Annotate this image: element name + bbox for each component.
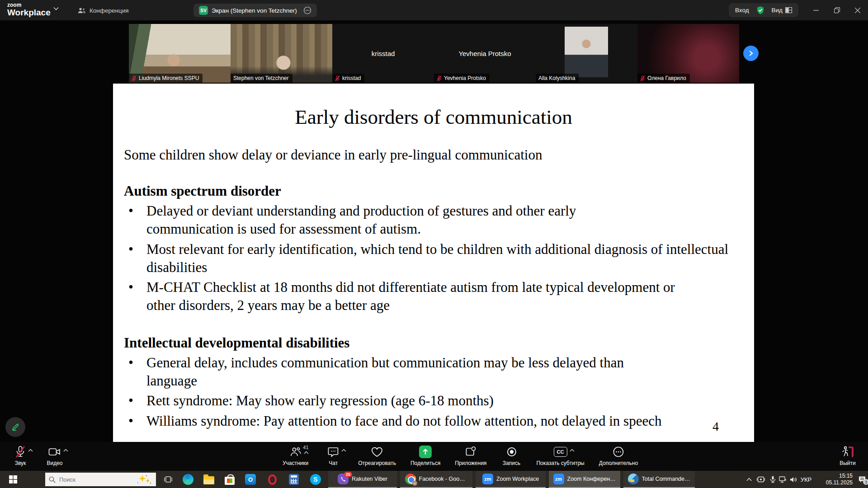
participants-label: Участники — [283, 460, 308, 466]
pencil-icon — [10, 422, 20, 432]
participant-name-label: Олена Гаврило — [637, 74, 690, 83]
viber-icon: 25 — [338, 474, 349, 484]
security-shield-icon[interactable] — [756, 6, 764, 15]
react-button[interactable]: Отреагировать — [358, 445, 396, 466]
chat-label: Чат — [329, 460, 338, 466]
apps-button[interactable]: Приложения — [455, 445, 486, 466]
leave-meeting-button[interactable]: Выйти — [837, 445, 858, 466]
mic-muted-icon — [132, 75, 137, 81]
participant-name: Yevhenia Protsko — [444, 75, 486, 81]
zoom-app-icon: zm — [482, 474, 493, 484]
audio-button[interactable]: Звук — [10, 445, 31, 466]
share-screen-icon — [419, 446, 432, 458]
chevron-down-icon[interactable] — [53, 7, 59, 10]
taskbar-search[interactable] — [45, 473, 156, 486]
zoom-toolbar: Звук Видео 41 — [0, 442, 868, 471]
share-screen-button[interactable]: Поделиться — [410, 445, 440, 466]
participant-tile[interactable]: Yevhenia Protsko Yevhenia Protsko — [434, 24, 536, 83]
window-close-button[interactable] — [848, 0, 868, 20]
slide-intro: Some children show delay or deviance in … — [124, 147, 743, 163]
participant-name-label: Yevhenia Protsko — [434, 74, 490, 83]
record-button[interactable]: Запись — [501, 445, 522, 466]
login-button[interactable]: Вход — [735, 7, 749, 14]
chevron-up-icon[interactable] — [570, 449, 575, 452]
slide-bullet: General delay, includes communication bu… — [124, 354, 666, 390]
viber-unread-badge: 25 — [344, 472, 352, 477]
leave-door-icon — [841, 446, 854, 458]
chrome-icon: л — [405, 474, 416, 484]
participant-name-label: Stephen von Tetzchner — [231, 74, 292, 83]
zoom-titlebar: zoom Workplace Конференция SV Экран (Ste… — [0, 0, 868, 20]
next-participants-button[interactable] — [743, 46, 759, 61]
windows-logo-icon — [9, 475, 17, 483]
grid-view-icon — [785, 7, 792, 13]
taskbar-pin-explorer[interactable] — [199, 471, 219, 488]
window-minimize-button[interactable] — [806, 0, 826, 20]
taskbar-app-label: Total Commander ... — [642, 476, 691, 482]
mic-muted-icon — [335, 75, 340, 81]
search-input[interactable] — [59, 476, 118, 483]
taskbar-pin-skype[interactable]: S — [306, 471, 326, 488]
annotate-button[interactable] — [5, 417, 25, 437]
window-restore-button[interactable] — [827, 0, 847, 20]
participants-count-badge: 41 — [303, 445, 308, 450]
chevron-up-icon[interactable] — [341, 449, 346, 452]
zoom-workplace-logo: zoom Workplace — [7, 2, 51, 17]
taskbar-app-total-commander[interactable]: Total Commander ... — [623, 471, 695, 488]
participant-tile-active-speaker[interactable]: Stephen von Tetzchner — [231, 24, 332, 83]
participant-name: Stephen von Tetzchner — [233, 75, 289, 81]
tray-clock[interactable]: 15:15 05.11.2025 — [816, 471, 854, 488]
chrome-profile-badge: л — [412, 481, 417, 486]
chat-button[interactable]: Чат — [323, 445, 344, 466]
participants-button[interactable]: 41 Участники — [283, 445, 308, 466]
start-button[interactable] — [0, 471, 26, 488]
captions-button[interactable]: CC Показать субтитры — [536, 445, 584, 466]
taskbar-app-zoom-workplace[interactable]: zm Zoom Workplace — [476, 471, 546, 488]
participant-name: Олена Гаврило — [647, 75, 686, 81]
people-icon — [78, 7, 86, 14]
slide-bullet: Delayed or deviant understanding and pro… — [124, 202, 657, 239]
logo-zoom-text: zoom — [7, 2, 51, 8]
slide-bullet: Williams syndrome: Pay attention to face… — [124, 412, 743, 430]
tab-screen-share[interactable]: SV Экран (Stephen von Tetzchner) — [193, 4, 317, 17]
skype-icon: S — [310, 474, 321, 485]
chevron-up-icon[interactable] — [28, 449, 33, 452]
slide-bullet-list: Delayed or deviant understanding and pro… — [124, 202, 743, 315]
taskbar-app-chrome[interactable]: л Facebook - Google ... — [400, 471, 472, 488]
participant-tile[interactable]: Alla Kolyshkina — [536, 24, 637, 83]
total-commander-icon — [628, 474, 639, 484]
view-button[interactable]: Вид — [772, 7, 792, 14]
participant-tile[interactable]: Олена Гаврило — [637, 24, 739, 83]
ellipsis-circle-icon[interactable] — [303, 6, 311, 14]
tab-meeting[interactable]: Конференция — [72, 4, 134, 17]
taskbar-pin-calculator[interactable] — [284, 471, 304, 488]
participants-icon — [290, 446, 302, 458]
tray-date: 05.11.2025 — [826, 479, 853, 486]
more-button[interactable]: Дополнительно — [599, 445, 638, 466]
participant-tile[interactable]: Liudmyla Mironets SSPU — [129, 24, 231, 83]
chevron-up-icon[interactable] — [304, 451, 309, 454]
tray-language-indicator[interactable]: УКР — [797, 471, 815, 488]
share-label: Поделиться — [410, 460, 440, 466]
participant-name: Liudmyla Mironets SSPU — [139, 75, 199, 81]
mic-muted-icon — [640, 75, 645, 81]
chevron-up-icon[interactable] — [63, 449, 68, 452]
record-label: Запись — [503, 460, 520, 466]
heart-icon — [371, 446, 383, 458]
taskbar-app-zoom-meeting[interactable]: zm Zoom Конференция — [549, 471, 620, 488]
taskbar-pin-outlook[interactable]: O — [241, 471, 260, 488]
participant-tile[interactable]: krisstad krisstad — [332, 24, 434, 83]
taskbar-app-viber[interactable]: 25 Rakuten Viber — [328, 471, 397, 488]
task-view-button[interactable] — [159, 471, 177, 488]
tab-screen-label: Экран (Stephen von Tetzchner) — [212, 7, 297, 14]
microsoft-store-icon — [225, 477, 235, 485]
taskbar-pin-edge[interactable] — [178, 471, 198, 488]
windows-taskbar: O S 25 Rakuten Viber л Facebook - Google… — [0, 471, 868, 488]
leave-label: Выйти — [840, 460, 856, 466]
video-button[interactable]: Видео — [44, 445, 65, 466]
taskbar-pin-opera[interactable] — [262, 471, 282, 488]
notification-center-button[interactable]: 3 — [856, 471, 868, 488]
meeting-canvas: Liudmyla Mironets SSPU Stephen von Tetzc… — [0, 20, 868, 442]
taskbar-pin-store[interactable] — [220, 471, 240, 488]
notification-icon: 3 — [858, 476, 866, 483]
